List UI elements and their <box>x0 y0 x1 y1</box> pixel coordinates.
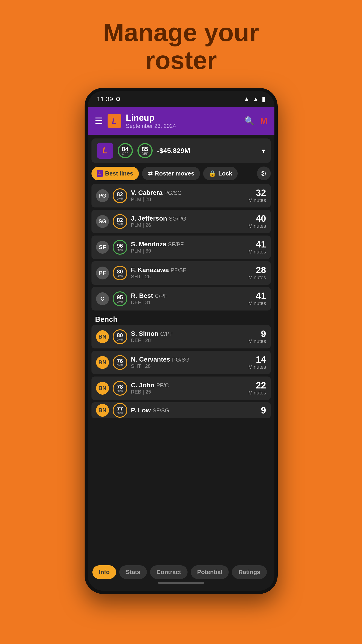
player-name: S. Simon C/PF <box>131 330 173 337</box>
table-row[interactable]: PF 80OVR F. Kanazawa PF/SF SHT | 26 28 M… <box>91 261 271 285</box>
swap-icon: ⇄ <box>148 170 153 177</box>
ovr-circle: 80OVR <box>113 329 127 344</box>
player-name: C. John PF/C <box>131 382 169 389</box>
search-icon[interactable]: 🔍 <box>244 116 255 126</box>
def-rating-circle: 85 DEF <box>137 143 153 158</box>
position-badge: PG <box>96 189 109 202</box>
roster-moves-button[interactable]: ⇄ Roster moves <box>142 167 200 180</box>
position-badge: SF <box>96 241 109 254</box>
player-sub: DEF | 28 <box>131 338 151 343</box>
app-header: ☰ L Lineup September 23, 2024 🔍 M <box>88 107 274 135</box>
player-name: J. Jefferson SG/PG <box>131 215 186 222</box>
header-date: September 23, 2024 <box>126 123 176 129</box>
tab-contract[interactable]: Contract <box>150 565 188 579</box>
bottom-navigation: Info Stats Contract Potential Ratings <box>88 562 274 591</box>
player-name: R. Best C/PF <box>131 292 168 299</box>
position-badge: BN <box>96 330 109 343</box>
player-sub: REB | 25 <box>131 389 151 395</box>
minutes-block: 14 Minutes <box>248 355 266 370</box>
player-sub: PLM | 28 <box>131 196 151 202</box>
player-name: V. Cabrera PG/SG <box>131 189 182 196</box>
table-row[interactable]: SF 96OVR S. Mendoza SF/PF PLM | 39 41 Mi… <box>91 236 271 259</box>
position-badge: PF <box>96 266 109 280</box>
table-row[interactable]: BN 78OVR C. John PF/C REB | 25 22 Minute… <box>91 376 271 400</box>
status-bar: 11:39 ⚙ ▲ ▲ ▮ <box>88 91 274 107</box>
tab-info[interactable]: Info <box>92 565 116 579</box>
player-sub: SHT | 26 <box>131 274 151 280</box>
ovr-circle: 78OVR <box>113 381 127 396</box>
wifi-icon: ▲ <box>243 96 250 103</box>
minutes-block: 32 Minutes <box>248 188 266 203</box>
ovr-circle: 82OVR <box>113 214 127 229</box>
settings-gear-button[interactable]: ⚙ <box>257 166 271 180</box>
off-rating-circle: 84 OFF <box>118 143 133 158</box>
tab-potential[interactable]: Potential <box>191 565 229 579</box>
minutes-block: 40 Minutes <box>248 214 266 229</box>
bench-section-label: Bench <box>91 313 271 325</box>
player-list: PG 82OVR V. Cabrera PG/SG PLM | 28 32 Mi… <box>88 184 274 418</box>
ovr-circle: 77OVR <box>113 403 127 418</box>
position-badge: BN <box>96 404 109 417</box>
ovr-circle: 95OVR <box>113 292 127 306</box>
minutes-block: 28 Minutes <box>248 266 266 280</box>
table-row[interactable]: BN 77OVR P. Low SF/SG 9 <box>91 402 271 418</box>
team-logo-badge: L <box>97 142 113 159</box>
player-name: P. Low SF/SG <box>131 407 169 414</box>
signal-icon: ▲ <box>253 96 259 103</box>
header-title: Lineup <box>126 113 176 123</box>
ovr-circle: 80OVR <box>113 266 127 280</box>
home-indicator <box>158 582 204 584</box>
battery-icon: ▮ <box>262 96 265 103</box>
table-row[interactable]: PG 82OVR V. Cabrera PG/SG PLM | 28 32 Mi… <box>91 184 271 208</box>
minutes-block: 9 Minutes <box>248 329 266 344</box>
table-row[interactable]: C 95OVR R. Best C/PF DEF | 31 41 Minutes <box>91 287 271 310</box>
position-badge: SG <box>96 215 109 228</box>
best-lines-button[interactable]: L Best lines <box>91 167 139 180</box>
lock-button[interactable]: 🔒 Lock <box>203 167 238 180</box>
phone-device: 11:39 ⚙ ▲ ▲ ▮ ☰ L Lineup September 23, 2… <box>85 88 278 594</box>
minutes-block: 41 Minutes <box>248 240 266 255</box>
player-sub: SHT | 28 <box>131 363 151 369</box>
profile-icon[interactable]: M <box>260 116 268 126</box>
minutes-block: 41 Minutes <box>248 291 266 306</box>
position-badge: C <box>96 292 109 305</box>
team-logo-small: L <box>108 114 121 128</box>
time-display: 11:39 <box>97 96 113 103</box>
player-sub: DEF | 31 <box>131 300 151 305</box>
tab-stats[interactable]: Stats <box>119 565 147 579</box>
player-name: F. Kanazawa PF/SF <box>131 266 186 274</box>
player-sub: PLM | 26 <box>131 222 151 228</box>
ovr-circle: 96OVR <box>113 240 127 254</box>
ovr-circle: 76OVR <box>113 355 127 370</box>
team-stats-bar: L 84 OFF 85 DEF -$45.829M ▾ <box>91 138 271 163</box>
position-badge: BN <box>96 382 109 395</box>
salary-display: -$45.829M <box>157 147 257 154</box>
minutes-block: 9 <box>261 406 266 415</box>
table-row[interactable]: SG 82OVR J. Jefferson SG/PG PLM | 26 40 … <box>91 210 271 233</box>
tab-ratings[interactable]: Ratings <box>232 565 267 579</box>
expand-icon[interactable]: ▾ <box>262 147 265 155</box>
menu-icon[interactable]: ☰ <box>95 116 103 126</box>
player-name: N. Cervantes PG/SG <box>131 356 190 363</box>
lock-icon: 🔒 <box>209 170 216 177</box>
minutes-block: 22 Minutes <box>248 381 266 396</box>
player-sub: PLM | 39 <box>131 248 151 254</box>
page-title: Manage your roster <box>103 18 259 74</box>
table-row[interactable]: BN 76OVR N. Cervantes PG/SG SHT | 28 14 … <box>91 351 271 374</box>
table-row[interactable]: BN 80OVR S. Simon C/PF DEF | 28 9 Minute… <box>91 325 271 348</box>
settings-icon: ⚙ <box>115 96 121 103</box>
player-name: S. Mendoza SF/PF <box>131 240 184 248</box>
best-lines-logo: L <box>97 170 103 177</box>
ovr-circle: 82OVR <box>113 188 127 203</box>
position-badge: BN <box>96 356 109 369</box>
action-buttons-bar: L Best lines ⇄ Roster moves 🔒 Lock ⚙ <box>88 166 274 184</box>
